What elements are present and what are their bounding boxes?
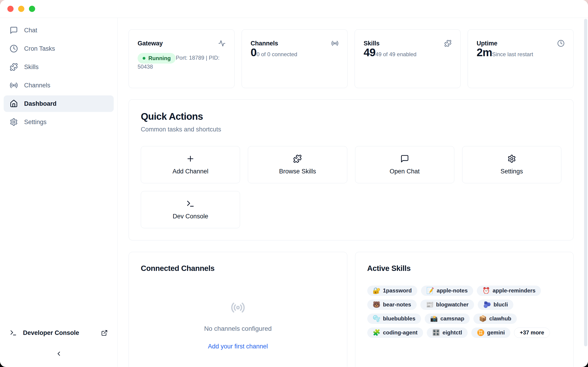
skill-chip-gemini[interactable]: ♊️gemini	[471, 327, 510, 338]
quick-actions-subtitle: Common tasks and shortcuts	[141, 126, 561, 133]
activity-icon	[218, 40, 225, 47]
sidebar-item-skills[interactable]: Skills	[4, 59, 114, 75]
stat-card-title: Skills	[363, 40, 380, 47]
quick-action-label: Settings	[501, 168, 523, 175]
minimize-window-button[interactable]	[18, 6, 24, 12]
skill-emoji: ♊️	[477, 330, 485, 336]
stat-card-title: Uptime	[477, 40, 497, 47]
skill-emoji: 🫧	[373, 316, 380, 322]
skill-chip-bluebubbles[interactable]: 🫧bluebubbles	[367, 314, 421, 324]
skill-name: eightctl	[443, 329, 462, 336]
stat-detail: 49 of 49 enabled	[375, 51, 416, 57]
quick-action-open-chat[interactable]: Open Chat	[355, 146, 454, 183]
clock-icon	[10, 44, 18, 53]
titlebar	[0, 0, 588, 18]
stat-card-title: Gateway	[138, 40, 163, 47]
quick-action-add-channel[interactable]: Add Channel	[141, 146, 240, 183]
add-first-channel-link[interactable]: Add your first channel	[208, 343, 268, 350]
stat-card-channels: Channels00 of 0 connected	[242, 29, 347, 88]
sidebar-item-channels[interactable]: Channels	[4, 77, 114, 94]
gear-icon	[507, 154, 516, 163]
window-body: ChatCron TasksSkillsChannelsDashboardSet…	[0, 18, 588, 367]
skill-chip-clawhub[interactable]: 📦clawhub	[473, 314, 517, 324]
collapse-sidebar-button[interactable]	[0, 350, 117, 357]
stat-card-skills: Skills4949 of 49 enabled	[355, 29, 460, 88]
puzzle-icon	[10, 63, 18, 71]
stat-value: 49	[363, 46, 375, 58]
channels-empty-state: No channels configured Add your first ch…	[141, 300, 335, 350]
sidebar-item-settings[interactable]: Settings	[4, 114, 114, 130]
skill-name: apple-notes	[437, 287, 468, 294]
skill-name: apple-reminders	[493, 287, 536, 294]
external-link-icon	[101, 330, 108, 336]
skill-name: blucli	[493, 301, 508, 308]
status-label: Running	[148, 55, 171, 61]
skill-chip-1password[interactable]: 🔐1password	[367, 286, 417, 296]
skill-chip-camsnap[interactable]: 📸camsnap	[425, 314, 470, 324]
radio-icon	[10, 81, 18, 90]
home-icon	[10, 100, 18, 108]
developer-console-link[interactable]: Developer Console	[0, 328, 117, 337]
sidebar-item-dashboard[interactable]: Dashboard	[4, 95, 114, 112]
close-window-button[interactable]	[7, 6, 14, 12]
sidebar-item-label: Chat	[24, 27, 37, 34]
skill-chip-apple-notes[interactable]: 📝apple-notes	[421, 286, 473, 296]
skill-chip-bear-notes[interactable]: 🐻bear-notes	[367, 300, 417, 310]
quick-action-label: Open Chat	[389, 168, 420, 175]
stat-value: 2m	[477, 46, 492, 58]
skill-name: 1password	[383, 287, 412, 294]
active-skills-title: Active Skills	[367, 264, 562, 273]
stat-detail: 0 of 0 connected	[257, 51, 297, 57]
zoom-window-button[interactable]	[29, 6, 35, 12]
skill-chip-eightctl[interactable]: 🎛️eightctl	[427, 327, 468, 338]
app-window: ChatCron TasksSkillsChannelsDashboardSet…	[0, 0, 588, 367]
stat-detail: Since last restart	[492, 51, 533, 57]
gateway-status-badge: Running	[138, 53, 176, 64]
skill-name: blogwatcher	[436, 301, 468, 308]
scrollbar[interactable]	[584, 19, 587, 346]
active-skills-card: Active Skills 🔐1password📝apple-notes⏰app…	[355, 252, 574, 367]
skill-name: gemini	[487, 329, 505, 336]
sidebar-footer: Developer Console	[0, 328, 117, 367]
stat-card-header: Uptime	[477, 40, 565, 47]
connected-channels-title: Connected Channels	[141, 264, 335, 273]
quick-action-browse-skills[interactable]: Browse Skills	[248, 146, 347, 183]
main-content: GatewayRunningPort: 18789 | PID: 50438Ch…	[118, 18, 588, 367]
gear-icon	[10, 118, 18, 126]
skill-name: bluebubbles	[383, 315, 415, 322]
sidebar-item-cron-tasks[interactable]: Cron Tasks	[4, 40, 114, 57]
radio-icon	[231, 300, 245, 315]
skill-chip-coding-agent[interactable]: 🧩coding-agent	[367, 327, 423, 338]
skill-chip-blogwatcher[interactable]: 📰blogwatcher	[420, 300, 474, 310]
stats-row: GatewayRunningPort: 18789 | PID: 50438Ch…	[129, 29, 573, 88]
chat-icon	[400, 154, 409, 163]
sidebar: ChatCron TasksSkillsChannelsDashboardSet…	[0, 18, 118, 367]
skill-emoji: 📰	[426, 302, 434, 308]
skill-emoji: 🫐	[483, 302, 491, 308]
sidebar-item-label: Settings	[24, 119, 47, 126]
quick-action-dev-console[interactable]: Dev Console	[141, 191, 240, 228]
puzzle-icon	[293, 154, 302, 163]
radio-icon	[331, 40, 338, 47]
quick-action-settings[interactable]: Settings	[462, 146, 561, 183]
skill-name: bear-notes	[383, 301, 411, 308]
skill-chip-apple-reminders[interactable]: ⏰apple-reminders	[477, 286, 541, 296]
skill-name: coding-agent	[383, 329, 418, 336]
skill-emoji: 🐻	[373, 302, 380, 308]
terminal-icon	[10, 329, 17, 336]
stat-card-header: Gateway	[138, 40, 225, 47]
sidebar-item-chat[interactable]: Chat	[4, 22, 114, 39]
plus-icon	[186, 154, 195, 163]
skill-chip-blucli[interactable]: 🫐blucli	[478, 300, 513, 310]
stat-value: 0	[251, 46, 257, 58]
skill-emoji: 🧩	[373, 330, 380, 336]
stat-card-gateway: GatewayRunningPort: 18789 | PID: 50438	[129, 29, 234, 88]
clock-icon	[557, 40, 565, 47]
more-skills-chip[interactable]: +37 more	[514, 327, 550, 338]
stat-card-uptime: Uptime2mSince last restart	[468, 29, 573, 88]
sidebar-item-label: Skills	[24, 64, 39, 71]
skill-name: clawhub	[489, 315, 511, 322]
skill-chips: 🔐1password📝apple-notes⏰apple-reminders🐻b…	[367, 286, 562, 338]
stat-card-header: Skills	[363, 40, 451, 47]
skill-emoji: ⏰	[482, 288, 490, 294]
